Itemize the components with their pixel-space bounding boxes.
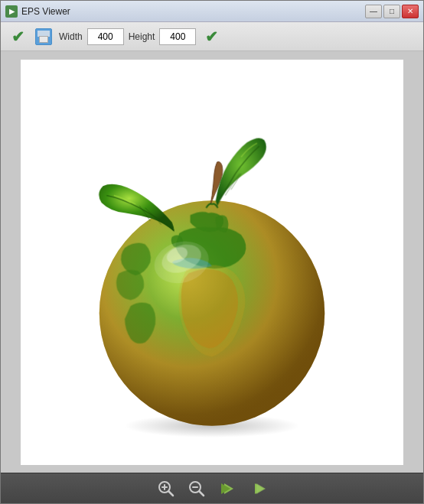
- navigate-back-icon: [218, 480, 236, 498]
- zoom-out-icon: [188, 480, 206, 498]
- navigate-forward-button[interactable]: [247, 478, 269, 499]
- main-toolbar: ✔ Width Height ✔: [1, 22, 423, 51]
- window-title: EPS Viewer: [21, 6, 70, 17]
- title-bar: ▶ EPS Viewer — □ ✕: [1, 1, 423, 22]
- width-label: Width: [59, 31, 83, 42]
- zoom-out-button[interactable]: [186, 478, 207, 499]
- maximize-button[interactable]: □: [383, 5, 400, 18]
- check-right-button[interactable]: ✔: [201, 26, 222, 47]
- check-left-icon: ✔: [11, 28, 24, 46]
- image-container: [21, 60, 403, 465]
- check-left-button[interactable]: ✔: [7, 26, 28, 47]
- navigate-forward-icon: [249, 480, 267, 498]
- earth-apple-image: [67, 86, 357, 438]
- save-icon: [35, 28, 52, 45]
- minimize-button[interactable]: —: [365, 5, 382, 18]
- save-button[interactable]: [33, 26, 54, 47]
- eps-viewer-window: ▶ EPS Viewer — □ ✕ ✔ Width Height ✔: [0, 0, 424, 504]
- close-button[interactable]: ✕: [402, 5, 419, 18]
- height-input[interactable]: [159, 28, 196, 45]
- check-right-icon: ✔: [205, 28, 218, 46]
- width-input[interactable]: [87, 28, 124, 45]
- zoom-in-icon: [157, 480, 175, 498]
- content-area: [1, 51, 423, 473]
- app-icon: ▶: [5, 5, 18, 18]
- navigate-back-button[interactable]: [217, 478, 238, 499]
- window-controls: — □ ✕: [365, 5, 419, 18]
- height-label: Height: [129, 31, 155, 42]
- title-bar-left: ▶ EPS Viewer: [5, 5, 70, 18]
- svg-line-8: [169, 491, 174, 496]
- svg-line-12: [200, 491, 204, 496]
- zoom-in-button[interactable]: [155, 478, 177, 499]
- bottom-toolbar: [1, 473, 423, 503]
